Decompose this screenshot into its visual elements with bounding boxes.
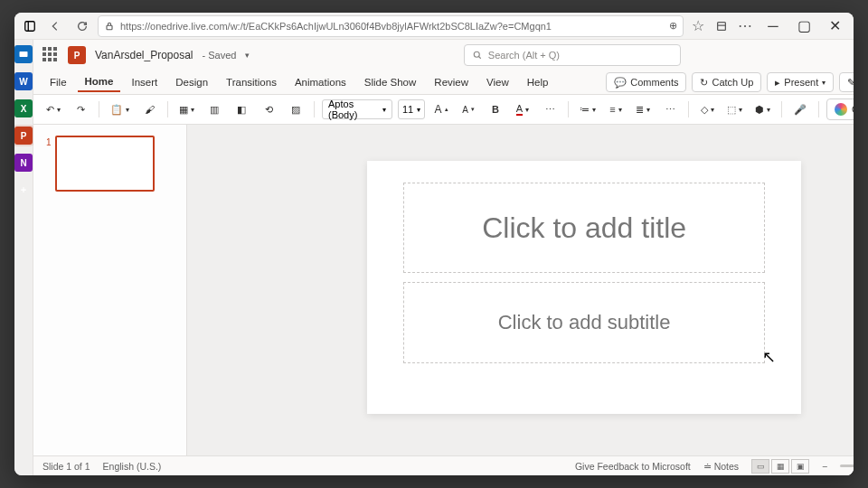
- app-launcher-icon[interactable]: [42, 47, 59, 63]
- tab-transitions[interactable]: Transitions: [219, 73, 284, 91]
- tab-insert[interactable]: Insert: [124, 73, 165, 91]
- present-button[interactable]: ▸ Present ▾: [767, 72, 834, 92]
- font-name-select[interactable]: Aptos (Body)▾: [322, 99, 392, 119]
- siderail-powerpoint[interactable]: P: [14, 127, 33, 145]
- powerpoint-app: P VanArsdel_Proposal - Saved ▾ Search (A…: [33, 40, 854, 475]
- reset-button[interactable]: ◧: [231, 99, 252, 120]
- favorite-icon[interactable]: ☆: [687, 14, 709, 38]
- minimize-button[interactable]: ─: [760, 14, 787, 38]
- tab-file[interactable]: File: [42, 73, 74, 91]
- styles-button[interactable]: ⬢▾: [751, 99, 774, 120]
- font-size-select[interactable]: 11▾: [398, 99, 425, 119]
- shapes-button[interactable]: ◇▾: [696, 99, 718, 120]
- close-button[interactable]: ✕: [821, 14, 848, 38]
- document-name[interactable]: VanArsdel_Proposal: [95, 49, 193, 61]
- svg-rect-2: [107, 25, 112, 30]
- search-icon: [472, 50, 483, 61]
- view-buttons: ▭ ▦ ▣: [751, 459, 809, 474]
- more-font-button[interactable]: ⋯: [539, 99, 561, 120]
- tab-view[interactable]: View: [479, 73, 516, 91]
- format-painter-button[interactable]: 🖌: [138, 99, 160, 120]
- address-bar[interactable]: https://onedrive.live.com/w:/t/EaCKkPs6A…: [98, 15, 684, 37]
- home-toolbar: ↶▾ ↷ 📋▾ 🖌 ▦▾ ▥ ◧ ⟲ ▨ Aptos (Body)▾ 11▾ A…: [33, 94, 854, 125]
- svg-point-6: [474, 52, 479, 57]
- decrease-font-button[interactable]: A▾: [458, 99, 479, 120]
- slide-canvas-area[interactable]: Click to add title Click to add subtitle: [187, 125, 854, 455]
- editing-mode-button[interactable]: ✎ Editing ▾: [839, 72, 854, 92]
- reading-view-button[interactable]: ▣: [791, 459, 809, 474]
- tab-help[interactable]: Help: [520, 73, 556, 91]
- tab-slide-show[interactable]: Slide Show: [357, 73, 424, 91]
- feedback-link[interactable]: Give Feedback to Microsoft: [575, 461, 691, 472]
- title-placeholder[interactable]: Click to add title: [403, 183, 765, 273]
- copilot-icon: [835, 103, 847, 116]
- tab-actions-icon[interactable]: [20, 16, 40, 36]
- notes-toggle[interactable]: ≐ Notes: [703, 461, 739, 472]
- browser-bar: https://onedrive.live.com/w:/t/EaCKkPs6A…: [14, 13, 854, 40]
- normal-view-button[interactable]: ▭: [751, 459, 769, 474]
- section-button[interactable]: ▨: [285, 99, 307, 120]
- thumb-number: 1: [46, 136, 52, 192]
- zoom-slider[interactable]: [840, 465, 854, 467]
- save-state: - Saved: [203, 50, 237, 61]
- siderail-excel[interactable]: X: [14, 99, 33, 117]
- svg-rect-3: [718, 22, 726, 30]
- ribbon-tabs: File Home Insert Design Transitions Anim…: [33, 70, 854, 94]
- slide-count[interactable]: Slide 1 of 1: [42, 461, 90, 472]
- paste-button[interactable]: 📋▾: [107, 99, 133, 120]
- reuse-slides-button[interactable]: ⟲: [258, 99, 279, 120]
- siderail-outlook[interactable]: [14, 45, 33, 63]
- svg-line-7: [478, 57, 480, 59]
- translate-icon[interactable]: ⊕: [669, 20, 677, 32]
- svg-rect-5: [20, 52, 28, 57]
- title-bar: P VanArsdel_Proposal - Saved ▾ Search (A…: [33, 40, 854, 70]
- numbering-button[interactable]: ≡▾: [605, 99, 627, 120]
- refresh-button[interactable]: [71, 14, 94, 38]
- siderail-word[interactable]: W: [14, 72, 33, 90]
- workspace: 1 Click to add title Click to add subtit…: [33, 125, 854, 455]
- tab-review[interactable]: Review: [427, 73, 476, 91]
- language-status[interactable]: English (U.S.): [103, 461, 162, 472]
- redo-button[interactable]: ↷: [70, 99, 91, 120]
- sorter-view-button[interactable]: ▦: [771, 459, 789, 474]
- svg-rect-0: [25, 21, 35, 31]
- collections-icon[interactable]: [711, 14, 732, 38]
- bullets-button[interactable]: ≔▾: [576, 99, 599, 120]
- dictate-button[interactable]: 🎤: [789, 99, 811, 120]
- thumb-preview: [55, 136, 155, 192]
- siderail-add[interactable]: ＋: [14, 181, 33, 199]
- thumbnail-panel: 1: [33, 125, 187, 455]
- bold-button[interactable]: B: [485, 99, 506, 120]
- arrange-button[interactable]: ⬚▾: [723, 99, 746, 120]
- browser-right-icons: ☆ ⋯: [687, 14, 756, 38]
- tab-animations[interactable]: Animations: [288, 73, 354, 91]
- slide: Click to add title Click to add subtitle: [367, 161, 801, 414]
- align-button[interactable]: ≣▾: [632, 99, 654, 120]
- doc-chevron-icon[interactable]: ▾: [245, 51, 250, 60]
- more-para-button[interactable]: ⋯: [659, 99, 681, 120]
- lock-icon: [104, 21, 115, 32]
- powerpoint-icon: P: [68, 46, 86, 64]
- status-bar: Slide 1 of 1 English (U.S.) Give Feedbac…: [33, 455, 854, 475]
- back-button[interactable]: [43, 14, 67, 38]
- zoom-out-button[interactable]: −: [822, 461, 827, 472]
- slide-thumbnail-1[interactable]: 1: [46, 136, 174, 192]
- undo-button[interactable]: ↶▾: [42, 99, 64, 120]
- font-color-button[interactable]: A▾: [512, 99, 533, 120]
- url-text: https://onedrive.live.com/w:/t/EaCKkPs6A…: [120, 21, 664, 32]
- copilot-button[interactable]: Copilot: [826, 99, 854, 120]
- tab-home[interactable]: Home: [78, 72, 121, 92]
- subtitle-placeholder[interactable]: Click to add subtitle: [403, 282, 765, 363]
- catchup-button[interactable]: ↻ Catch Up: [692, 72, 761, 92]
- content-area: W X P N ＋ P VanArsdel_Proposal - Saved ▾…: [14, 40, 854, 475]
- maximize-button[interactable]: ▢: [790, 14, 817, 38]
- tab-design[interactable]: Design: [168, 73, 215, 91]
- app-window: https://onedrive.live.com/w:/t/EaCKkPs6A…: [14, 13, 854, 475]
- siderail-onenote[interactable]: N: [14, 154, 33, 172]
- layout-button[interactable]: ▥: [203, 99, 225, 120]
- search-input[interactable]: Search (Alt + Q): [464, 44, 681, 66]
- comments-button[interactable]: 💬 Comments: [606, 72, 686, 92]
- increase-font-button[interactable]: A▴: [430, 99, 452, 120]
- new-slide-button[interactable]: ▦▾: [175, 99, 198, 120]
- browser-menu-icon[interactable]: ⋯: [734, 14, 756, 38]
